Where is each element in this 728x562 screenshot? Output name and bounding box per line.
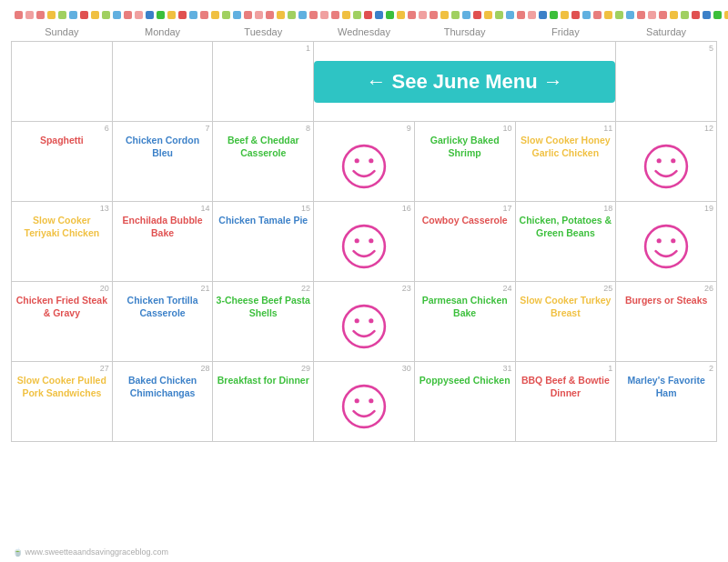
dot xyxy=(539,11,547,19)
dot xyxy=(69,11,77,19)
day-number: 5 xyxy=(619,44,713,53)
dot xyxy=(703,11,711,19)
dot xyxy=(408,11,416,19)
smiley-face xyxy=(317,295,411,358)
calendar-cell: 10Garlicky Baked Shrimp xyxy=(414,122,515,202)
dot xyxy=(342,11,350,19)
dot xyxy=(135,11,143,19)
calendar-cell: 23 xyxy=(314,282,415,362)
day-number: 16 xyxy=(317,204,411,213)
calendar-cell: 21Chicken Tortilla Casserole xyxy=(112,282,213,362)
dot xyxy=(571,11,580,19)
dot xyxy=(178,11,187,19)
meal-label: Beef & Cheddar Casserole xyxy=(216,135,310,159)
calendar-cell: 14Enchilada Bubble Bake xyxy=(112,202,213,282)
day-number: 6 xyxy=(15,124,109,133)
dot xyxy=(200,11,208,19)
calendar-cell: 8Beef & Cheddar Casserole xyxy=(213,122,314,202)
meal-label: Spaghetti xyxy=(15,135,109,147)
meal-label: Marley's Favorite Ham xyxy=(619,375,713,399)
calendar-cell: 28Baked Chicken Chimichangas xyxy=(112,362,213,442)
dot xyxy=(626,11,634,19)
calendar-cell: 7Chicken Cordon Bleu xyxy=(112,122,213,202)
dot xyxy=(462,11,470,19)
dot xyxy=(15,11,23,19)
day-number: 18 xyxy=(519,204,613,213)
svg-point-9 xyxy=(645,226,687,267)
day-header: Tuesday xyxy=(213,25,314,42)
june-menu-banner-cell[interactable]: ← See June Menu → xyxy=(314,42,616,122)
svg-point-10 xyxy=(657,238,662,243)
day-number: 27 xyxy=(15,364,109,373)
day-number: 30 xyxy=(317,364,411,373)
smiley-face xyxy=(317,135,411,198)
dot xyxy=(113,11,121,19)
dot xyxy=(593,11,602,19)
meal-label: Chicken Fried Steak & Gravy xyxy=(15,295,109,319)
day-number: 1 xyxy=(519,364,613,373)
website-label: 🍵 www.sweetteaandsavinggraceblog.com xyxy=(13,547,168,557)
dot xyxy=(713,11,722,19)
day-number: 21 xyxy=(116,284,210,293)
page: SundayMondayTuesdayWednesdayThursdayFrid… xyxy=(0,0,728,562)
dot xyxy=(255,11,263,19)
dot xyxy=(692,11,700,19)
calendar-cell: 24Parmesan Chicken Bake xyxy=(414,282,515,362)
dot xyxy=(419,11,427,19)
svg-point-14 xyxy=(369,318,373,323)
smiley-face xyxy=(317,375,411,438)
dot xyxy=(451,11,460,19)
svg-point-11 xyxy=(671,238,675,243)
dot xyxy=(167,11,176,19)
meal-label: Chicken Cordon Bleu xyxy=(116,135,210,159)
svg-point-7 xyxy=(355,238,359,243)
meal-label: Garlicky Baked Shrimp xyxy=(418,135,512,159)
dot xyxy=(298,11,307,19)
meal-label: Chicken Tortilla Casserole xyxy=(116,295,210,319)
dot xyxy=(47,11,56,19)
dot xyxy=(309,11,318,19)
calendar-cell: 6Spaghetti xyxy=(12,122,113,202)
june-menu-banner[interactable]: ← See June Menu → xyxy=(314,61,615,103)
dot xyxy=(386,11,394,19)
day-number: 28 xyxy=(116,364,210,373)
dot xyxy=(320,11,329,19)
meal-label: Slow Cooker Turkey Breast xyxy=(519,295,613,319)
dot xyxy=(550,11,558,19)
day-number: 22 xyxy=(216,284,310,293)
dot xyxy=(495,11,503,19)
day-number: 12 xyxy=(619,124,713,133)
day-number: 2 xyxy=(619,364,713,373)
day-number: 20 xyxy=(15,284,109,293)
day-number: 23 xyxy=(317,284,411,293)
dot xyxy=(517,11,525,19)
calendar-cell xyxy=(112,42,213,122)
day-header: Wednesday xyxy=(314,25,415,42)
calendar-cell: 18Chicken, Potatoes & Green Beans xyxy=(515,202,616,282)
smiley-face xyxy=(619,135,713,198)
dot xyxy=(604,11,612,19)
dot xyxy=(277,11,285,19)
meal-label: Slow Cooker Pulled Pork Sandwiches xyxy=(15,375,109,399)
meal-label: Parmesan Chicken Bake xyxy=(418,295,512,319)
day-header: Monday xyxy=(112,25,213,42)
svg-point-4 xyxy=(657,158,662,163)
day-number: 8 xyxy=(216,124,310,133)
dot xyxy=(528,11,536,19)
dot xyxy=(36,11,45,19)
dot xyxy=(124,11,132,19)
day-header: Thursday xyxy=(414,25,515,42)
day-number: 1 xyxy=(216,44,310,53)
dot xyxy=(288,11,296,19)
dot xyxy=(146,11,154,19)
calendar-cell: 13Slow Cooker Teriyaki Chicken xyxy=(12,202,113,282)
dot xyxy=(244,11,252,19)
day-number: 7 xyxy=(116,124,210,133)
dot xyxy=(637,11,645,19)
meal-label: BBQ Beef & Bowtie Dinner xyxy=(519,375,613,399)
dot xyxy=(102,11,110,19)
day-number: 10 xyxy=(418,124,512,133)
dot xyxy=(724,11,728,19)
day-number: 29 xyxy=(216,364,310,373)
calendar-cell: 2Marley's Favorite Ham xyxy=(616,362,717,442)
